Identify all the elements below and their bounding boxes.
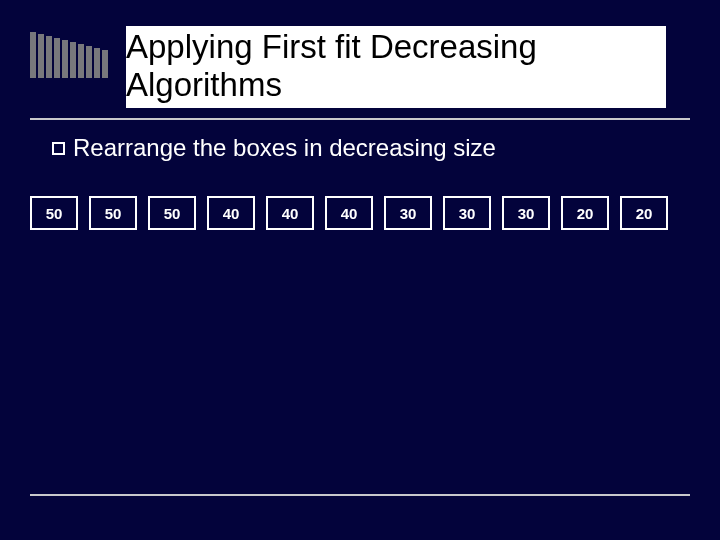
- bar-segment: [86, 46, 92, 78]
- bar-segment: [54, 38, 60, 78]
- divider-top: [30, 118, 690, 120]
- value-box: 40: [207, 196, 255, 230]
- bullet-item: Rearrange the boxes in decreasing size: [52, 134, 680, 162]
- value-box: 30: [443, 196, 491, 230]
- value-box: 50: [89, 196, 137, 230]
- value-box: 40: [325, 196, 373, 230]
- value-box: 20: [620, 196, 668, 230]
- title-line-2: Algorithms: [126, 66, 666, 104]
- divider-bottom: [30, 494, 690, 496]
- bar-segment: [78, 44, 84, 78]
- slide: Applying First fit Decreasing Algorithms…: [0, 0, 720, 540]
- value-box: 50: [30, 196, 78, 230]
- bar-segment: [70, 42, 76, 78]
- bar-segment: [102, 50, 108, 78]
- slide-body: Rearrange the boxes in decreasing size 5…: [52, 134, 680, 230]
- bullet-square-icon: [52, 142, 65, 155]
- value-box: 20: [561, 196, 609, 230]
- decorative-bars-icon: [30, 26, 108, 78]
- value-box: 40: [266, 196, 314, 230]
- bar-segment: [62, 40, 68, 78]
- title-line-1: Applying First fit Decreasing: [126, 28, 666, 66]
- bar-segment: [30, 32, 36, 78]
- boxes-row: 5050504040403030302020: [30, 196, 680, 230]
- slide-header: Applying First fit Decreasing Algorithms: [0, 0, 720, 108]
- value-box: 50: [148, 196, 196, 230]
- value-box: 30: [384, 196, 432, 230]
- title-block: Applying First fit Decreasing Algorithms: [126, 26, 666, 108]
- bar-segment: [38, 34, 44, 78]
- bullet-text: Rearrange the boxes in decreasing size: [73, 134, 496, 162]
- value-box: 30: [502, 196, 550, 230]
- bar-segment: [46, 36, 52, 78]
- bar-segment: [94, 48, 100, 78]
